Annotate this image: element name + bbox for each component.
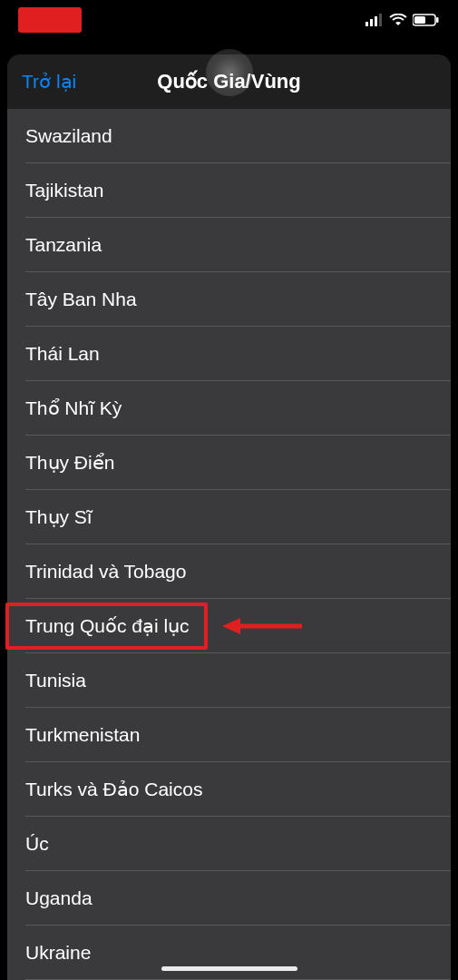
content-panel: SwazilandTajikistanTanzaniaTây Ban NhaTh… — [7, 109, 451, 980]
wifi-icon — [389, 14, 407, 26]
svg-rect-5 — [414, 16, 425, 24]
country-item[interactable]: Tanzania — [7, 218, 451, 272]
country-item[interactable]: Trung Quốc đại lục — [7, 599, 451, 653]
svg-rect-6 — [436, 17, 439, 23]
country-item[interactable]: Tây Ban Nha — [7, 272, 451, 327]
country-item[interactable]: Uganda — [7, 871, 451, 926]
country-item[interactable]: Thụy Sĩ — [7, 490, 451, 544]
back-button[interactable]: Trở lại — [22, 71, 76, 93]
svg-rect-0 — [365, 22, 368, 26]
country-item[interactable]: Tunisia — [7, 653, 451, 708]
country-item[interactable]: Thổ Nhĩ Kỳ — [7, 381, 451, 436]
redacted-carrier — [18, 7, 82, 33]
country-item[interactable]: Tajikistan — [7, 163, 451, 218]
country-item[interactable]: Thái Lan — [7, 327, 451, 381]
country-list: SwazilandTajikistanTanzaniaTây Ban NhaTh… — [7, 109, 451, 980]
status-left — [18, 7, 82, 33]
status-right — [365, 14, 440, 26]
cellular-signal-icon — [365, 14, 384, 26]
assistive-touch-icon[interactable] — [206, 49, 253, 96]
country-item[interactable]: Trinidad và Tobago — [7, 544, 451, 599]
country-item[interactable]: Úc — [7, 817, 451, 871]
svg-rect-2 — [375, 16, 377, 26]
home-indicator[interactable] — [161, 966, 297, 971]
svg-rect-1 — [370, 19, 373, 26]
country-item[interactable]: Ukraine — [7, 926, 451, 980]
status-bar — [0, 0, 458, 40]
country-item[interactable]: Turkmenistan — [7, 708, 451, 762]
country-item[interactable]: Thụy Điển — [7, 436, 451, 490]
battery-icon — [413, 14, 440, 26]
country-item[interactable]: Swaziland — [7, 109, 451, 163]
svg-rect-3 — [379, 14, 382, 26]
country-item[interactable]: Turks và Đảo Caicos — [7, 762, 451, 817]
